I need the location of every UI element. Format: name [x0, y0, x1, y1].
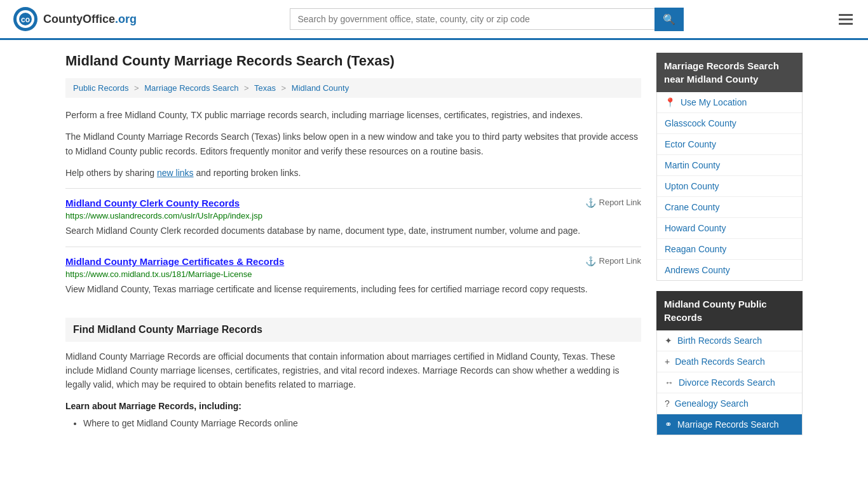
report-link-1[interactable]: ⚓ Report Link [585, 198, 641, 208]
search-icon: 🔍 [663, 14, 675, 25]
marriage-icon: ⚭ [665, 419, 672, 430]
howard-county-link[interactable]: Howard County [665, 223, 726, 233]
section-heading: Find Midland County Marriage Records [65, 318, 641, 342]
sidebar-upton[interactable]: Upton County [657, 176, 802, 197]
hamburger-line [839, 14, 853, 16]
record-entry-2: Midland County Marriage Certificates & R… [65, 247, 641, 305]
svg-text:co: co [21, 15, 30, 24]
logo-suffix: .org [115, 13, 137, 25]
description-1: Perform a free Midland County, TX public… [65, 108, 641, 122]
record-desc-1: Search Midland County Clerk recorded doc… [65, 224, 641, 238]
divorce-records-link[interactable]: Divorce Records Search [679, 377, 775, 388]
main-container: Midland County Marriage Records Search (… [53, 40, 815, 458]
hamburger-line [839, 23, 853, 25]
bullet-list: Where to get Midland County Marriage Rec… [83, 416, 641, 431]
breadcrumb-sep: > [281, 83, 287, 93]
sidebar-nearby-links: 📍 Use My Location Glasscock County Ector… [656, 92, 803, 281]
breadcrumb-sep: > [244, 83, 249, 93]
record-header-2: Midland County Marriage Certificates & R… [65, 256, 641, 269]
upton-county-link[interactable]: Upton County [665, 181, 719, 191]
report-icon-2: ⚓ [585, 256, 596, 266]
sidebar-divorce-records[interactable]: ↔ Divorce Records Search [657, 372, 802, 393]
breadcrumb-midland-county[interactable]: Midland County [292, 83, 349, 93]
report-label-2: Report Link [599, 256, 641, 266]
header: co CountyOffice.org 🔍 [0, 0, 868, 40]
martin-county-link[interactable]: Martin County [665, 160, 720, 170]
crane-county-link[interactable]: Crane County [665, 202, 719, 212]
breadcrumb-marriage-records[interactable]: Marriage Records Search [144, 83, 238, 93]
sidebar-genealogy[interactable]: ? Genealogy Search [657, 393, 802, 414]
marriage-records-link[interactable]: Marriage Records Search [677, 419, 779, 430]
subheading: Learn about Marriage Records, including: [65, 401, 641, 411]
record-desc-2: View Midland County, Texas marriage cert… [65, 283, 641, 296]
glasscock-county-link[interactable]: Glasscock County [665, 118, 736, 128]
page-title: Midland County Marriage Records Search (… [65, 53, 641, 69]
location-pin-icon: 📍 [665, 97, 675, 107]
breadcrumb-texas[interactable]: Texas [254, 83, 276, 93]
body-text: Midland County Marriage Records are offi… [65, 349, 641, 392]
use-my-location-link[interactable]: Use My Location [681, 97, 747, 107]
bullet-item-1: Where to get Midland County Marriage Rec… [83, 416, 641, 431]
description-3: Help others by sharing new links and rep… [65, 166, 641, 180]
divorce-icon: ↔ [665, 377, 674, 388]
reagan-county-link[interactable]: Reagan County [665, 244, 726, 254]
sidebar-crane[interactable]: Crane County [657, 197, 802, 218]
logo-text: CountyOffice.org [43, 13, 137, 26]
hamburger-menu-button[interactable] [836, 11, 855, 27]
sidebar-birth-records[interactable]: ✦ Birth Records Search [657, 330, 802, 351]
sidebar-public-records-links: ✦ Birth Records Search + Death Records S… [656, 330, 803, 435]
new-links-link[interactable]: new links [157, 168, 194, 178]
sidebar-reagan[interactable]: Reagan County [657, 239, 802, 260]
report-label-1: Report Link [599, 198, 641, 207]
description-2: The Midland County Marriage Records Sear… [65, 130, 641, 158]
record-url-1: https://www.uslandrecords.com/uslr/UsIrA… [65, 211, 641, 220]
breadcrumb-public-records[interactable]: Public Records [73, 83, 128, 93]
search-area: 🔍 [290, 8, 684, 31]
sidebar-use-location[interactable]: 📍 Use My Location [657, 92, 802, 113]
sidebar-nearby-section: Marriage Records Search near Midland Cou… [656, 53, 803, 281]
ector-county-link[interactable]: Ector County [665, 139, 716, 149]
record-title-1[interactable]: Midland County Clerk County Records [65, 198, 240, 208]
andrews-county-link[interactable]: Andrews County [665, 265, 730, 275]
report-link-2[interactable]: ⚓ Report Link [585, 256, 641, 266]
search-button[interactable]: 🔍 [654, 8, 684, 31]
logo-icon: co [13, 6, 38, 32]
hamburger-line [839, 18, 853, 20]
genealogy-link[interactable]: Genealogy Search [675, 398, 749, 409]
logo-area: co CountyOffice.org [13, 6, 137, 32]
death-icon: + [665, 356, 670, 367]
breadcrumb: Public Records > Marriage Records Search… [65, 78, 641, 98]
sidebar-howard[interactable]: Howard County [657, 218, 802, 239]
search-input[interactable] [290, 8, 654, 30]
birth-icon: ✦ [665, 336, 672, 346]
record-entry-1: Midland County Clerk County Records ⚓ Re… [65, 188, 641, 247]
record-header-1: Midland County Clerk County Records ⚓ Re… [65, 198, 641, 211]
death-records-link[interactable]: Death Records Search [675, 356, 765, 367]
record-title-2[interactable]: Midland County Marriage Certificates & R… [65, 256, 284, 267]
report-icon-1: ⚓ [585, 198, 596, 208]
description-3-pre: Help others by sharing [65, 168, 157, 178]
genealogy-icon: ? [665, 398, 670, 409]
sidebar-martin[interactable]: Martin County [657, 155, 802, 176]
sidebar-glasscock[interactable]: Glasscock County [657, 113, 802, 134]
sidebar-death-records[interactable]: + Death Records Search [657, 351, 802, 372]
content-area: Midland County Marriage Records Search (… [65, 53, 641, 445]
sidebar-ector[interactable]: Ector County [657, 134, 802, 155]
sidebar-public-records-header: Midland County Public Records [656, 291, 803, 330]
sidebar-andrews[interactable]: Andrews County [657, 260, 802, 280]
breadcrumb-sep: > [134, 83, 139, 93]
birth-records-link[interactable]: Birth Records Search [677, 336, 762, 346]
sidebar-nearby-header: Marriage Records Search near Midland Cou… [656, 53, 803, 92]
description-3-post: and reporting broken links. [194, 168, 301, 178]
logo-brand: CountyOffice [43, 13, 115, 25]
record-url-2: https://www.co.midland.tx.us/181/Marriag… [65, 269, 641, 279]
sidebar-marriage-records[interactable]: ⚭ Marriage Records Search [657, 414, 802, 435]
sidebar-public-records-section: Midland County Public Records ✦ Birth Re… [656, 291, 803, 435]
sidebar: Marriage Records Search near Midland Cou… [656, 53, 803, 445]
